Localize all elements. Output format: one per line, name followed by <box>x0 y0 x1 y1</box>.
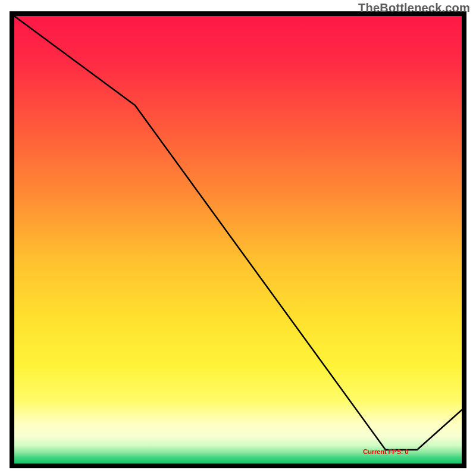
fps-annotation: Current FPS: 0 <box>363 448 408 455</box>
gradient-background <box>14 16 462 464</box>
watermark-text: TheBottleneck.com <box>358 1 470 15</box>
chart-svg: Current FPS: 0 <box>0 0 476 476</box>
chart-container: TheBottleneck.com <box>0 0 476 476</box>
plot-area: Current FPS: 0 <box>12 14 464 466</box>
